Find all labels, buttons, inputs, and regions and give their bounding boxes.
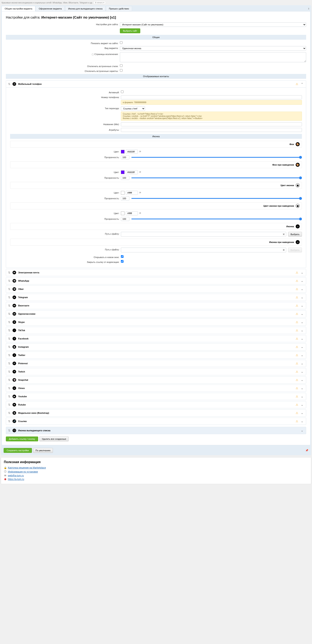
expand-icon[interactable]: ⌄ [300,403,304,406]
contact-header[interactable]: ⇅➤Telegram⚠⌄ [6,294,306,301]
bg-opacity-input[interactable] [121,155,129,159]
drag-handle-icon[interactable]: ⇅ [8,279,11,282]
bg-opacity-slider[interactable] [131,157,302,158]
drag-handle-icon[interactable]: ⇅ [8,420,11,423]
drag-handle-icon[interactable]: ⇅ [8,429,11,432]
info-link-site[interactable]: https://a-tum.ru [8,478,24,481]
contact-header[interactable]: ⇅vkВконтакте⚠⌄ [6,302,306,309]
dropdown-header[interactable]: ⇅ 🗨 Иконка выпадающего списка ⌄ [6,427,306,434]
drag-handle-icon[interactable]: ⇅ [8,329,11,332]
drag-handle-icon[interactable]: ⇅ [8,337,11,340]
drag-handle-icon[interactable]: ⇅ [8,370,11,373]
expand-icon[interactable]: ⌄ [300,386,304,390]
disable-css-checkbox[interactable] [120,64,122,67]
bg-color-input[interactable] [126,150,138,154]
site-select[interactable]: Интернет-магазин (Сайт по умолчанию) [120,22,306,27]
info-link-install[interactable]: Информация по установке [8,470,38,473]
hide-index-checkbox[interactable] [121,260,123,263]
contact-header[interactable]: ⇅👻Snapchat⚠⌄ [6,376,306,383]
contact-header[interactable]: ⇅RRutube⚠⌄ [6,401,306,408]
color-swatch[interactable] [121,212,124,215]
refresh-icon[interactable]: ⟳ [139,191,141,194]
contact-header[interactable]: ⇅◉Instagram⚠⌄ [6,344,306,350]
color-swatch[interactable] [121,191,124,194]
contact-header[interactable]: ⇅♪TikTok⚠⌄ [6,327,306,334]
icon-path-input[interactable] [121,232,286,237]
contact-header[interactable]: ⇅ ✆ Мобильный телефон ⚠ ⌃ [6,80,306,88]
tabs-collapse-icon[interactable]: ⇕ [307,7,310,11]
delete-all-button[interactable]: Удалить все созданные [39,436,69,441]
iconcolor-input[interactable] [126,191,138,195]
contact-header[interactable]: ⇅tTwitter⚠⌄ [6,352,306,358]
drag-handle-icon[interactable]: ⇅ [8,320,11,324]
refresh-icon[interactable]: ⟳ [139,212,141,215]
contact-header[interactable]: ⇅☏Viber⚠⌄ [6,286,306,292]
widget-kind-select[interactable]: Одиночная иконка [120,46,306,50]
contact-header[interactable]: ⇅🔗Ссылка⚠⌄ [6,418,306,425]
iconcolor-opacity-input[interactable] [121,196,129,200]
phone-number-input[interactable] [121,95,302,99]
info-link-email[interactable]: web@a-tum.ru [8,474,24,477]
help-icon[interactable]: ? [92,54,94,56]
drag-handle-icon[interactable]: ⇅ [8,411,11,414]
bghover-opacity-input[interactable] [121,176,129,180]
contact-header[interactable]: ⇅vVimeo⚠⌄ [6,385,306,392]
iconcolorhover-input[interactable] [126,211,138,215]
contact-header[interactable]: ⇅▶Youtube⚠⌄ [6,393,306,400]
expand-icon[interactable]: ⌄ [300,370,304,373]
disable-js-checkbox[interactable] [120,69,122,72]
drag-handle-icon[interactable]: ⇅ [8,354,11,357]
open-new-checkbox[interactable] [121,255,123,258]
clear-icon[interactable]: ✕ [282,233,285,236]
expand-icon[interactable]: ⌄ [300,337,304,340]
breadcrumb[interactable]: В начало ▾ [94,1,106,4]
bghover-color-input[interactable] [126,170,138,174]
drag-handle-icon[interactable]: ⇅ [8,312,11,316]
contact-header[interactable]: ⇅SSkype⚠⌄ [6,319,306,326]
expand-icon[interactable]: ⌄ [300,420,304,423]
expand-icon[interactable]: ⌄ [300,320,304,324]
expand-icon[interactable]: ⌄ [300,378,304,382]
drag-handle-icon[interactable]: ⇅ [8,304,11,307]
contact-header[interactable]: ⇅✉Электронная почта⚠⌄ [6,269,306,276]
expand-icon[interactable]: ⌄ [300,345,304,348]
save-button[interactable]: Сохранить настройки [4,448,32,453]
attrs-input[interactable] [121,128,302,132]
drag-handle-icon[interactable]: ⇅ [8,296,11,299]
drag-handle-icon[interactable]: ⇅ [8,395,11,398]
color-swatch[interactable] [121,170,124,174]
expand-icon[interactable]: ⌄ [300,288,304,291]
link-type-select[interactable]: Ссылка с href [121,106,145,111]
choose-site-button[interactable]: Выбрать сайт [120,28,140,33]
expand-icon[interactable]: ⌄ [300,354,304,357]
iconhover-path-input[interactable] [121,248,286,252]
expand-icon[interactable]: ⌄ [300,304,304,307]
tab-dropdown-icon[interactable]: Иконка для выпадающего списка [65,6,106,11]
contact-header[interactable]: ⇅☏WhatsApp⚠⌄ [6,278,306,284]
drag-handle-icon[interactable]: ⇅ [8,378,11,382]
contact-header[interactable]: ⇅⧉Модальное окно (Bootstrap)⚠⌄ [6,410,306,416]
expand-icon[interactable]: ⌄ [300,279,304,282]
drag-handle-icon[interactable]: ⇅ [8,271,11,274]
bghover-opacity-slider[interactable] [131,178,302,178]
show-widget-checkbox[interactable] [120,41,122,44]
expand-icon[interactable]: ⌄ [300,271,304,274]
add-link-button[interactable]: Добавить ссылку / кнопку [6,436,38,441]
contact-header[interactable]: ⇅⌑Twitch⚠⌄ [6,368,306,375]
expand-icon[interactable]: ⌄ [300,296,304,299]
drag-handle-icon[interactable]: ⇅ [8,403,11,406]
exclude-pages-textarea[interactable] [120,52,306,62]
expand-icon[interactable]: ⌄ [300,362,304,365]
tab-design[interactable]: Оформление виджета [36,6,65,11]
default-button[interactable]: По умолчанию [33,448,53,453]
refresh-icon[interactable]: ⟳ [139,150,141,153]
contact-header[interactable]: ⇅fFacebook⚠⌄ [6,335,306,342]
title-input[interactable] [121,122,302,126]
collapse-icon[interactable]: ⌃ [300,82,304,86]
expand-icon[interactable]: ⌄ [300,429,304,432]
tab-cta[interactable]: Призыв к действию [106,6,132,11]
pin-icon[interactable]: 📌 [305,449,308,452]
drag-handle-icon[interactable]: ⇅ [8,362,11,365]
choose-icon-button[interactable]: Выбрать [288,232,302,237]
expand-icon[interactable]: ⌄ [300,395,304,398]
